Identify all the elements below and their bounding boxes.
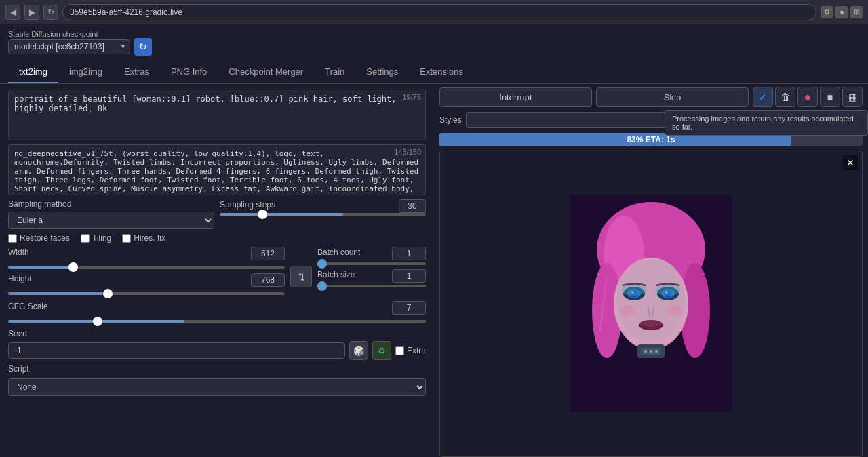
- styles-select[interactable]: [466, 112, 838, 128]
- tab-extras[interactable]: Extras: [113, 61, 160, 83]
- restore-faces-checkbox[interactable]: [8, 234, 17, 243]
- batch-size-slider[interactable]: [317, 285, 426, 287]
- cfg-label: CFG Scale: [8, 302, 48, 311]
- svg-point-25: [619, 305, 635, 316]
- script-label: Script: [8, 364, 426, 374]
- generated-image-area: ✕: [439, 151, 863, 457]
- right-toolbar: ✓ 🗑 ● ■ ▦: [753, 87, 863, 107]
- batch-size-group: Batch size: [317, 269, 426, 287]
- skip-button[interactable]: Skip: [596, 87, 749, 107]
- tab-extensions[interactable]: Extensions: [409, 61, 474, 83]
- tab-train[interactable]: Train: [314, 61, 355, 83]
- batch-count-slider[interactable]: [317, 262, 426, 265]
- tiling-label: Tiling: [92, 233, 111, 243]
- positive-prompt-section: 19/75: [8, 90, 426, 140]
- tab-checkpoint-merger[interactable]: Checkpoint Merger: [218, 61, 314, 83]
- checkpoint-wrapper: model.ckpt [cc6cb27103]: [8, 39, 130, 54]
- sampling-method-select[interactable]: Euler a: [8, 212, 214, 229]
- width-label: Width: [8, 247, 29, 257]
- ext-icon-3[interactable]: ⊞: [850, 6, 863, 18]
- negative-prompt-textarea[interactable]: [9, 145, 425, 193]
- script-select[interactable]: None: [8, 378, 426, 396]
- tabs-bar: txt2img img2img Extras PNG Info Checkpoi…: [0, 61, 868, 84]
- svg-point-22: [644, 350, 647, 353]
- pink-dot-button[interactable]: ●: [797, 87, 818, 107]
- tiling-checkbox-label[interactable]: Tiling: [81, 233, 111, 243]
- height-value[interactable]: [251, 273, 285, 287]
- dims-batch-row: Width Height ⇅: [8, 247, 426, 297]
- hires-fix-checkbox[interactable]: [122, 234, 131, 243]
- batch-count-value[interactable]: [392, 247, 426, 260]
- height-label: Height: [8, 274, 32, 283]
- sampling-steps-label: Sampling steps: [220, 200, 275, 210]
- ext-icon-2[interactable]: ★: [835, 6, 848, 18]
- cfg-group: CFG Scale: [8, 301, 426, 325]
- hires-fix-checkbox-label[interactable]: Hires. fix: [122, 233, 165, 243]
- styles-row: Styles ↻: [439, 110, 863, 130]
- restore-faces-checkbox-label[interactable]: Restore faces: [8, 233, 70, 243]
- tab-png-info[interactable]: PNG Info: [160, 61, 218, 83]
- interrupt-button[interactable]: Interrupt: [439, 87, 592, 107]
- batch-count-group: Batch count: [317, 247, 426, 265]
- close-image-button[interactable]: ✕: [843, 155, 858, 170]
- url-bar[interactable]: 359e5b9a-a5ff-4216.gradio.live: [62, 4, 816, 20]
- swap-dimensions-button[interactable]: ⇅: [290, 266, 312, 287]
- seed-dice-button[interactable]: 🎲: [349, 341, 368, 360]
- width-value[interactable]: [251, 247, 285, 260]
- styles-label: Styles: [439, 115, 462, 125]
- forward-button[interactable]: ▶: [24, 5, 39, 20]
- width-slider[interactable]: [8, 266, 285, 269]
- styles-apply-button[interactable]: ↻: [842, 110, 863, 130]
- progress-bar-outer: 83% ETA: 1s: [439, 133, 863, 146]
- script-select-wrapper: None: [8, 378, 426, 396]
- seed-label: Seed: [8, 329, 426, 338]
- svg-point-24: [655, 350, 658, 353]
- main-content: 19/75 143/150 Sampling method Euler a: [0, 84, 868, 457]
- tab-img2img[interactable]: img2img: [58, 61, 113, 83]
- tiling-checkbox[interactable]: [81, 234, 90, 243]
- script-section: Script None: [8, 364, 426, 396]
- cfg-slider[interactable]: [8, 320, 426, 323]
- positive-prompt-counter: 19/75: [402, 93, 421, 101]
- trash-icon-button[interactable]: 🗑: [775, 87, 795, 107]
- grid-icon-button[interactable]: ▦: [842, 87, 863, 107]
- sampling-steps-slider[interactable]: [220, 213, 426, 216]
- svg-point-26: [667, 305, 683, 316]
- tab-settings[interactable]: Settings: [355, 61, 409, 83]
- seed-extra-text: Extra: [407, 346, 426, 355]
- checkpoint-section: Stable Diffusion checkpoint model.ckpt […: [8, 30, 152, 56]
- negative-prompt-counter: 143/150: [394, 148, 421, 156]
- ext-icon-1[interactable]: ⚙: [821, 6, 833, 18]
- browser-extensions: ⚙ ★ ⊞: [821, 6, 863, 18]
- sampling-method-col: Sampling method Euler a: [8, 199, 214, 229]
- seed-input[interactable]: [8, 342, 345, 359]
- height-slider[interactable]: [8, 292, 285, 295]
- positive-prompt-textarea[interactable]: [9, 90, 425, 138]
- width-group: Width: [8, 247, 285, 271]
- restore-faces-label: Restore faces: [20, 233, 70, 243]
- batch-col: Batch count Batch size: [317, 247, 426, 287]
- top-bar: Stable Diffusion checkpoint model.ckpt […: [0, 24, 868, 61]
- cfg-value[interactable]: [392, 301, 426, 315]
- hires-fix-label: Hires. fix: [134, 233, 165, 243]
- refresh-button[interactable]: ↻: [43, 5, 58, 20]
- svg-point-16: [622, 285, 646, 296]
- square-icon-button[interactable]: ■: [820, 87, 840, 107]
- checkpoint-refresh-button[interactable]: ↻: [134, 38, 152, 56]
- back-button[interactable]: ◀: [5, 5, 20, 20]
- check-icon-button[interactable]: ✓: [753, 87, 773, 107]
- checkpoint-select[interactable]: model.ckpt [cc6cb27103]: [8, 39, 130, 54]
- dims-col: Width Height: [8, 247, 285, 297]
- left-panel: 19/75 143/150 Sampling method Euler a: [0, 84, 434, 457]
- app-container: Stable Diffusion checkpoint model.ckpt […: [0, 24, 868, 457]
- batch-size-value[interactable]: [392, 269, 426, 283]
- sampling-steps-slider-container: [220, 213, 426, 216]
- seed-extra-checkbox[interactable]: [395, 346, 404, 355]
- seed-recycle-button[interactable]: ♻: [372, 341, 391, 360]
- progress-text: 83% ETA: 1s: [439, 133, 863, 146]
- seed-extra-label[interactable]: Extra: [395, 346, 426, 355]
- sampling-row: Sampling method Euler a Sampling steps: [8, 199, 426, 229]
- tab-txt2img[interactable]: txt2img: [8, 61, 58, 83]
- seed-row: 🎲 ♻ Extra: [8, 341, 426, 360]
- checkpoint-label: Stable Diffusion checkpoint: [8, 30, 152, 38]
